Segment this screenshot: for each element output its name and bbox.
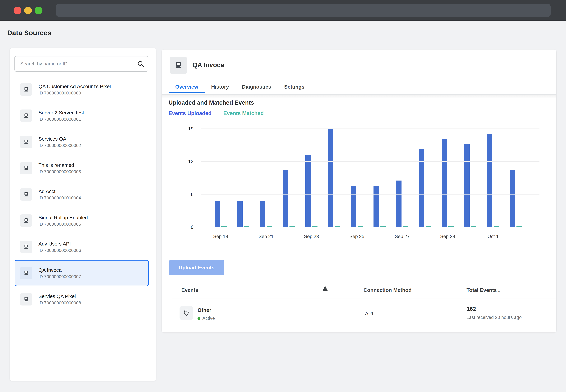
x-axis-label: Sep 21 — [255, 234, 277, 239]
browser-top-bar — [0, 0, 566, 21]
data-source-name: Signal Rollup Enabled — [39, 215, 88, 221]
chart-x-axis-labels: Sep 19Sep 21Sep 23Sep 25Sep 27Sep 29Oct … — [209, 234, 527, 239]
bar-group-oct-1[interactable] — [482, 128, 504, 227]
laptop-icon — [23, 244, 29, 250]
laptop-icon — [20, 267, 32, 279]
active-status-dot — [198, 317, 200, 320]
x-axis-label: Sep 25 — [345, 234, 368, 239]
chart-legend: Events UploadedEvents Matched — [169, 110, 264, 116]
table-header-total-events[interactable]: Total Events↓ — [467, 287, 500, 293]
legend-events-uploaded[interactable]: Events Uploaded — [169, 110, 212, 116]
tab-diagnostics[interactable]: Diagnostics — [235, 81, 278, 93]
events-bar-chart: 191360 — [201, 128, 539, 227]
x-axis-label: Oct 1 — [482, 234, 504, 239]
laptop-icon — [20, 241, 32, 253]
x-axis-label — [504, 234, 527, 239]
legend-events-matched[interactable]: Events Matched — [223, 110, 264, 116]
bar-group-sep-21[interactable] — [255, 128, 277, 227]
event-name: Other — [198, 307, 211, 313]
laptop-icon — [23, 86, 29, 93]
bar-group-sep-19[interactable] — [209, 128, 232, 227]
bar-events-uploaded — [464, 144, 470, 227]
tab-overview[interactable]: Overview — [169, 81, 205, 93]
bar-events-uploaded — [215, 201, 220, 227]
data-source-id: ID 700000000000004 — [39, 196, 81, 200]
table-header-connection-method: Connection Method — [364, 287, 412, 293]
data-source-list: QA Customer Ad Account’s PixelID 7000000… — [10, 76, 156, 312]
bar-group-sep-27[interactable] — [391, 128, 414, 227]
event-status: Active — [198, 316, 215, 321]
bar-events-uploaded — [487, 134, 492, 227]
tab-settings[interactable]: Settings — [278, 81, 311, 93]
gridline-13 — [201, 161, 539, 162]
bar-group-sep-24[interactable] — [323, 128, 345, 227]
bar-events-uploaded — [237, 201, 243, 227]
data-source-id: ID 700000000000002 — [39, 143, 81, 148]
address-bar-input[interactable] — [56, 4, 551, 17]
data-source-list-item[interactable]: Adv Users APIID 700000000000006 — [10, 234, 156, 260]
x-axis-label — [232, 234, 255, 239]
y-axis-label-6: 6 — [191, 192, 194, 197]
data-source-list-item[interactable]: Signal Rollup EnabledID 700000000000005 — [10, 208, 156, 234]
bar-events-uploaded — [328, 128, 333, 227]
data-source-list-item[interactable]: This is renamedID 700000000000003 — [10, 155, 156, 181]
bar-events-uploaded — [305, 154, 311, 227]
data-sources-sidebar: QA Customer Ad Account’s PixelID 7000000… — [10, 48, 156, 381]
gridline-0 — [201, 227, 539, 227]
data-source-id: ID 700000000000007 — [39, 274, 81, 279]
data-source-id: ID 700000000000006 — [39, 248, 81, 253]
bar-group-sep-22[interactable] — [277, 128, 300, 227]
bar-group-sep-20[interactable] — [232, 128, 255, 227]
laptop-icon — [20, 136, 32, 148]
x-axis-label: Sep 27 — [391, 234, 414, 239]
laptop-icon — [23, 270, 29, 276]
data-source-list-item[interactable]: Server 2 Server TestID 700000000000001 — [10, 103, 156, 129]
data-source-list-item[interactable]: Ad AcctID 700000000000004 — [10, 181, 156, 208]
bar-group-sep-23[interactable] — [300, 128, 323, 227]
laptop-icon — [20, 162, 32, 174]
x-axis-label — [323, 234, 345, 239]
data-source-id: ID 700000000000008 — [39, 300, 81, 305]
bar-group-oct-2[interactable] — [504, 128, 527, 227]
bar-events-uploaded — [283, 170, 288, 227]
bar-events-uploaded — [419, 149, 424, 227]
laptop-icon — [23, 296, 29, 303]
bar-group-sep-30[interactable] — [459, 128, 482, 227]
sort-descending-icon: ↓ — [498, 287, 500, 293]
bar-series-container — [209, 128, 527, 227]
detail-tabs: OverviewHistoryDiagnosticsSettings — [169, 81, 311, 93]
bar-group-sep-28[interactable] — [414, 128, 436, 227]
data-source-name: This is renamed — [39, 162, 81, 168]
data-source-title: QA Invoca — [192, 61, 224, 69]
data-source-list-item[interactable]: QA InvocaID 700000000000007 — [14, 260, 149, 286]
data-source-id: ID 700000000000005 — [39, 222, 88, 227]
data-source-list-item[interactable]: QA Customer Ad Account’s PixelID 7000000… — [10, 76, 156, 103]
search-input[interactable] — [14, 56, 148, 72]
x-axis-label — [459, 234, 482, 239]
bar-group-sep-25[interactable] — [345, 128, 368, 227]
x-axis-label: Sep 19 — [209, 234, 232, 239]
event-tag-icon-box — [180, 306, 193, 320]
laptop-icon — [23, 165, 29, 171]
window-minimize-button[interactable] — [24, 7, 32, 14]
bar-group-sep-26[interactable] — [368, 128, 391, 227]
data-source-list-item[interactable]: Servies QA PixelID 700000000000008 — [10, 286, 156, 312]
window-close-button[interactable] — [14, 7, 21, 14]
x-axis-label: Sep 29 — [436, 234, 459, 239]
bar-events-uploaded — [373, 186, 379, 227]
laptop-icon — [20, 188, 32, 201]
tab-history[interactable]: History — [205, 81, 236, 93]
chart-section-title: Uploaded and Matched Events — [169, 99, 254, 106]
laptop-icon — [23, 112, 29, 119]
y-axis-label-13: 13 — [188, 159, 194, 164]
window-zoom-button[interactable] — [35, 7, 42, 14]
y-axis-label-19: 19 — [188, 126, 194, 132]
gridline-19 — [201, 128, 539, 129]
warning-icon[interactable] — [322, 285, 328, 293]
data-source-list-item[interactable]: Services QAID 700000000000002 — [10, 129, 156, 155]
upload-events-button[interactable]: Upload Events — [169, 260, 224, 275]
bar-group-sep-29[interactable] — [436, 128, 459, 227]
x-axis-label — [277, 234, 300, 239]
data-source-name: QA Invoca — [39, 267, 81, 273]
data-source-name: Ad Acct — [39, 188, 81, 194]
